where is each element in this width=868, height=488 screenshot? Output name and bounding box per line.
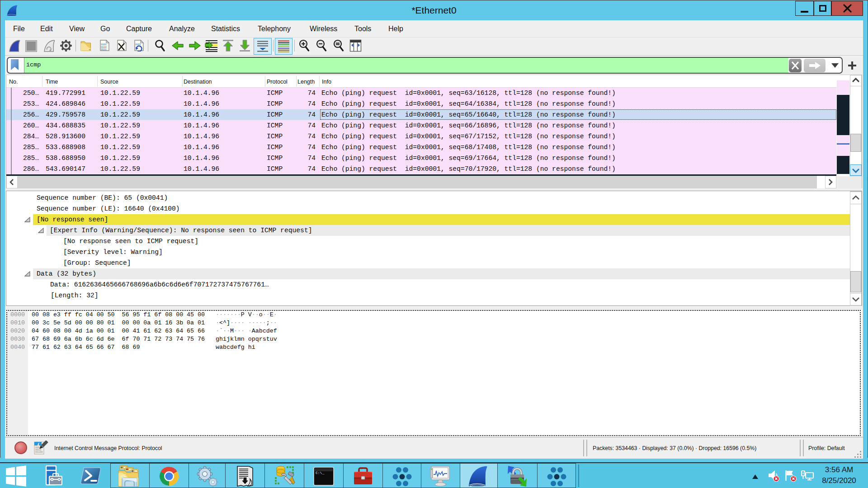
svg-text:0111: 0111 <box>101 48 107 51</box>
svg-text:C:\_: C:\_ <box>316 471 324 475</box>
svg-text:01100: 01100 <box>35 450 43 454</box>
